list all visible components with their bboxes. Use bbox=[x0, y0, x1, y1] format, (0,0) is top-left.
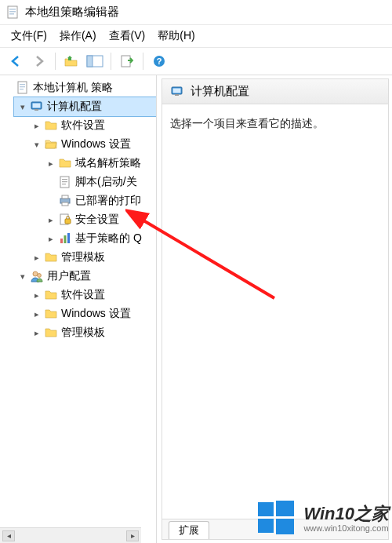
svg-rect-17 bbox=[62, 179, 67, 180]
svg-rect-2 bbox=[9, 11, 16, 13]
menu-view[interactable]: 查看(V) bbox=[103, 27, 152, 45]
horizontal-scrollbar[interactable]: ◂ ▸ bbox=[0, 527, 141, 543]
svg-rect-5 bbox=[87, 56, 93, 67]
folder-icon bbox=[44, 326, 58, 340]
tree-label: 管理模板 bbox=[61, 326, 105, 340]
tree-item-user-software[interactable]: ▸ 软件设置 bbox=[28, 286, 156, 304]
svg-rect-3 bbox=[9, 13, 14, 15]
scroll-left-icon[interactable]: ◂ bbox=[2, 530, 15, 541]
printer-icon bbox=[58, 194, 72, 208]
tree-label: 软件设置 bbox=[61, 288, 105, 302]
svg-rect-12 bbox=[20, 89, 24, 89]
export-list-button[interactable] bbox=[116, 50, 138, 72]
detail-pane: 计算机配置 选择一个项目来查看它的描述。 扩展 bbox=[162, 78, 389, 540]
folder-icon bbox=[44, 118, 58, 133]
tree-item-policy-qos[interactable]: ▸ 基于策略的 Q bbox=[42, 229, 156, 248]
tree-item-software-settings[interactable]: ▸ 软件设置 bbox=[28, 116, 156, 135]
watermark: Win10之家 www.win10xitong.com bbox=[255, 497, 389, 540]
expand-icon[interactable]: ▸ bbox=[31, 120, 42, 131]
toolbar-separator bbox=[143, 53, 143, 70]
tree-pane[interactable]: 本地计算机 策略 ▾ 计算机配置 bbox=[0, 75, 157, 543]
menu-action[interactable]: 操作(A) bbox=[53, 27, 103, 45]
tree-label: 软件设置 bbox=[61, 118, 105, 133]
arrow-left-icon bbox=[9, 54, 23, 68]
svg-rect-11 bbox=[20, 86, 25, 87]
back-button[interactable] bbox=[5, 50, 27, 72]
tree-computer-config[interactable]: ▾ 计算机配置 bbox=[14, 97, 156, 116]
detail-message: 选择一个项目来查看它的描述。 bbox=[170, 117, 324, 129]
svg-rect-36 bbox=[258, 519, 274, 533]
scroll-right-icon[interactable]: ▸ bbox=[126, 530, 139, 541]
svg-text:?: ? bbox=[157, 56, 162, 66]
export-icon bbox=[120, 54, 134, 68]
svg-rect-32 bbox=[175, 94, 179, 96]
chart-icon bbox=[58, 231, 72, 246]
folder-icon bbox=[44, 250, 58, 264]
expand-icon[interactable]: ▸ bbox=[31, 308, 42, 319]
tree-label: 已部署的打印 bbox=[75, 194, 141, 208]
tree-root[interactable]: 本地计算机 策略 bbox=[0, 78, 156, 97]
collapse-icon[interactable]: ▾ bbox=[17, 101, 28, 112]
folder-icon bbox=[44, 288, 58, 302]
blank-expander bbox=[3, 82, 14, 93]
computer-icon bbox=[170, 85, 184, 99]
svg-rect-9 bbox=[18, 82, 27, 93]
collapse-icon[interactable]: ▾ bbox=[17, 271, 28, 282]
user-icon bbox=[30, 269, 44, 283]
tree-item-deployed-printers[interactable]: 已部署的打印 bbox=[42, 191, 156, 210]
help-icon: ? bbox=[152, 54, 166, 68]
expand-icon[interactable]: ▸ bbox=[45, 214, 56, 225]
tree-item-scripts[interactable]: 脚本(启动/关 bbox=[42, 173, 156, 191]
toolbar-separator bbox=[111, 53, 111, 70]
svg-rect-22 bbox=[62, 202, 68, 206]
svg-rect-19 bbox=[62, 184, 66, 184]
menu-file[interactable]: 文件(F) bbox=[5, 27, 53, 45]
up-button[interactable] bbox=[60, 50, 82, 72]
collapse-icon[interactable]: ▾ bbox=[31, 139, 42, 150]
expand-icon[interactable]: ▸ bbox=[31, 327, 42, 338]
up-folder-icon bbox=[64, 54, 79, 68]
tree-label: 域名解析策略 bbox=[75, 156, 141, 170]
svg-point-29 bbox=[38, 274, 42, 278]
forward-button[interactable] bbox=[28, 50, 50, 72]
tree-label: Windows 设置 bbox=[61, 137, 131, 151]
content-area: 本地计算机 策略 ▾ 计算机配置 bbox=[0, 75, 392, 543]
title-bar: 本地组策略编辑器 bbox=[0, 0, 392, 25]
script-icon bbox=[58, 175, 72, 189]
tree-item-dns-policy[interactable]: ▸ 域名解析策略 bbox=[42, 154, 156, 173]
svg-rect-25 bbox=[60, 239, 63, 243]
help-button[interactable]: ? bbox=[148, 50, 170, 72]
detail-body: 选择一个项目来查看它的描述。 bbox=[162, 104, 388, 144]
svg-rect-6 bbox=[122, 56, 130, 67]
tree-label: 脚本(启动/关 bbox=[75, 175, 137, 189]
tab-extended[interactable]: 扩展 bbox=[169, 521, 209, 539]
folder-icon bbox=[44, 307, 58, 321]
app-icon bbox=[6, 5, 20, 20]
tree-user-config[interactable]: ▾ 用户配置 bbox=[14, 267, 156, 286]
tree-item-user-admin[interactable]: ▸ 管理模板 bbox=[28, 323, 156, 342]
watermark-url: www.win10xitong.com bbox=[303, 523, 389, 533]
show-hide-tree-button[interactable] bbox=[84, 50, 106, 72]
svg-rect-15 bbox=[34, 109, 38, 111]
expand-icon[interactable]: ▸ bbox=[45, 158, 56, 169]
svg-rect-10 bbox=[20, 84, 25, 85]
watermark-title: Win10之家 bbox=[303, 505, 389, 523]
tree-item-admin-templates[interactable]: ▸ 管理模板 bbox=[28, 248, 156, 267]
expand-icon[interactable]: ▸ bbox=[45, 233, 56, 244]
svg-rect-37 bbox=[276, 519, 294, 534]
svg-rect-35 bbox=[276, 501, 294, 516]
detail-title: 计算机配置 bbox=[191, 84, 249, 99]
tree-label: 基于策略的 Q bbox=[75, 231, 142, 246]
expand-icon[interactable]: ▸ bbox=[31, 252, 42, 263]
arrow-right-icon bbox=[32, 54, 46, 68]
folder-icon bbox=[58, 156, 72, 170]
blank-expander bbox=[45, 195, 56, 206]
expand-icon[interactable]: ▸ bbox=[31, 290, 42, 301]
tree-item-user-windows[interactable]: ▸ Windows 设置 bbox=[28, 304, 156, 323]
tree-item-windows-settings[interactable]: ▾ Windows 设置 bbox=[28, 135, 156, 154]
menu-bar: 文件(F) 操作(A) 查看(V) 帮助(H) bbox=[0, 25, 392, 47]
svg-rect-27 bbox=[67, 233, 70, 243]
svg-rect-18 bbox=[62, 181, 67, 182]
menu-help[interactable]: 帮助(H) bbox=[151, 27, 201, 45]
tree-item-security-settings[interactable]: ▸ 安全设置 bbox=[42, 210, 156, 229]
